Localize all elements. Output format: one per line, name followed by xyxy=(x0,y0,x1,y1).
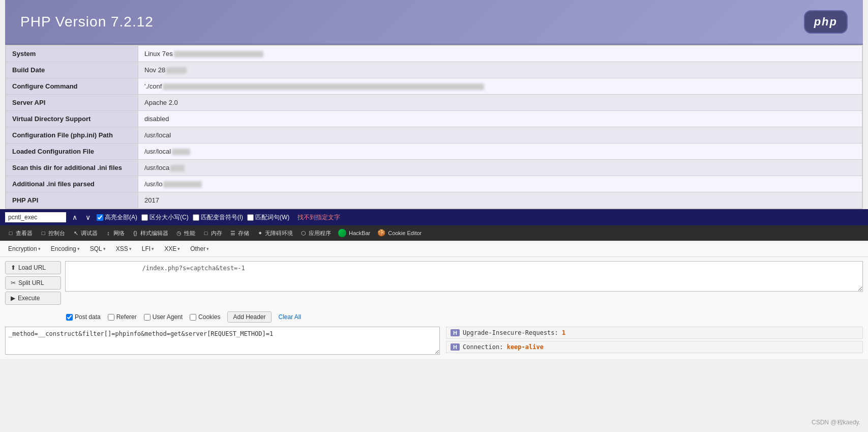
table-row: Configuration File (php.ini) Path/usr/lo… xyxy=(6,127,862,143)
execute-button[interactable]: ▶ Execute xyxy=(5,292,61,305)
devtools-item-应用程序[interactable]: ⬡应用程序 xyxy=(297,227,334,239)
devtools-item-查看器[interactable]: □查看器 xyxy=(4,227,36,239)
blurred-value xyxy=(163,83,484,90)
find-words-label[interactable]: 匹配词句(W) xyxy=(247,213,289,222)
table-key: Scan this dir for additional .ini files xyxy=(6,160,138,176)
table-value: './conf xyxy=(138,78,862,95)
devtools-item-样式编辑器[interactable]: {}样式编辑器 xyxy=(129,227,171,239)
menu-item-encoding[interactable]: Encoding▾ xyxy=(47,244,84,254)
referer-checkbox[interactable] xyxy=(108,314,114,321)
user-agent-checkbox[interactable] xyxy=(144,314,151,321)
devtools-item-存储[interactable]: ☰存储 xyxy=(226,227,252,239)
header-row: HUpgrade-Insecure-Requests: 1 xyxy=(446,327,863,339)
find-bar: ∧ ∨ 高亮全部(A) 区分大小写(C) 匹配变音符号(I) 匹配词句(W) 找… xyxy=(0,209,868,225)
menu-item-other[interactable]: Other▾ xyxy=(186,244,213,254)
devtools-item-调试器[interactable]: ↖调试器 xyxy=(69,227,101,239)
execute-icon: ▶ xyxy=(11,295,15,302)
menu-label: XXE xyxy=(164,245,176,252)
devtools-label: 查看器 xyxy=(16,229,33,237)
hackbar-icon xyxy=(338,229,346,237)
header-text: Connection: keep-alive xyxy=(463,343,544,351)
table-key: Virtual Directory Support xyxy=(6,111,138,127)
cookies-checkbox[interactable] xyxy=(190,314,196,321)
find-words-checkbox[interactable] xyxy=(247,214,254,221)
cookies-label[interactable]: Cookies xyxy=(190,313,220,321)
table-value: /usr/local xyxy=(138,127,862,143)
devtools-label: HackBar xyxy=(349,230,370,236)
table-value: disabled xyxy=(138,111,862,127)
devtools-bar: □查看器□控制台↖调试器↕网络{}样式编辑器◷性能□内存☰存储✦无障碍环境⬡应用… xyxy=(0,225,868,241)
add-header-button[interactable]: Add Header xyxy=(227,311,271,323)
php-info-table: SystemLinux 7esBuild DateNov 28Configure… xyxy=(5,45,863,209)
table-row: Additional .ini files parsed/usr/lo xyxy=(6,176,862,192)
split-url-button[interactable]: ✂ Split URL xyxy=(5,276,61,290)
post-data-checkbox[interactable] xyxy=(66,314,73,321)
无障碍环境-icon: ✦ xyxy=(256,229,263,237)
menu-arrow-icon: ▾ xyxy=(177,246,180,251)
table-key: Additional .ini files parsed xyxy=(6,176,138,192)
load-url-button[interactable]: ⬆ Load URL xyxy=(5,261,61,274)
menu-item-lfi[interactable]: LFI▾ xyxy=(138,244,158,254)
menu-arrow-icon: ▾ xyxy=(77,246,80,251)
devtools-item-内存[interactable]: □内存 xyxy=(199,227,225,239)
referer-label[interactable]: Referer xyxy=(108,313,137,321)
table-key: PHP API xyxy=(6,192,138,209)
find-regexp-checkbox[interactable] xyxy=(193,214,199,221)
devtools-item-hackbar[interactable]: HackBar xyxy=(335,227,373,239)
menu-arrow-icon: ▾ xyxy=(38,246,41,251)
header-text: Upgrade-Insecure-Requests: 1 xyxy=(463,329,565,336)
devtools-item-性能[interactable]: ◷性能 xyxy=(172,227,198,239)
header-badge: H xyxy=(451,329,460,336)
devtools-label: 内存 xyxy=(211,229,222,237)
find-case-checkbox[interactable] xyxy=(141,214,148,221)
devtools-item-无障碍环境[interactable]: ✦无障碍环境 xyxy=(253,227,296,239)
header-row: HConnection: keep-alive xyxy=(446,341,863,353)
post-data-input[interactable] xyxy=(5,327,440,355)
table-value: /usr/lo xyxy=(138,176,862,192)
devtools-label: 无障碍环境 xyxy=(265,229,293,237)
find-up-arrow[interactable]: ∧ xyxy=(70,212,79,222)
table-key: Server API xyxy=(6,95,138,111)
table-value: Nov 28 xyxy=(138,62,862,78)
find-input[interactable] xyxy=(5,212,66,222)
menu-item-xxe[interactable]: XXE▾ xyxy=(160,244,184,254)
样式编辑器-icon: {} xyxy=(132,229,139,237)
clear-all-link[interactable]: Clear All xyxy=(279,313,302,321)
devtools-label: 控制台 xyxy=(48,229,65,237)
blurred-value xyxy=(166,67,187,74)
find-highlight-all-checkbox[interactable] xyxy=(97,214,103,221)
menu-arrow-icon: ▾ xyxy=(103,246,106,251)
table-row: SystemLinux 7es xyxy=(6,46,862,62)
table-value: Linux 7es xyxy=(138,46,862,62)
post-data-label[interactable]: Post data xyxy=(66,313,101,321)
header-badge: H xyxy=(451,343,460,351)
url-buttons: ⬆ Load URL ✂ Split URL ▶ Execute xyxy=(5,261,61,305)
table-row: Virtual Directory Supportdisabled xyxy=(6,111,862,127)
menu-label: SQL xyxy=(90,245,102,252)
devtools-item-网络[interactable]: ↕网络 xyxy=(102,227,128,239)
devtools-label: 网络 xyxy=(113,229,125,237)
find-status: 找不到指定文字 xyxy=(297,213,340,222)
menu-item-xss[interactable]: XSS▾ xyxy=(112,244,136,254)
user-agent-label[interactable]: User Agent xyxy=(144,313,183,321)
post-area: HUpgrade-Insecure-Requests: 1HConnection… xyxy=(0,327,868,359)
find-highlight-all-label[interactable]: 高亮全部(A) xyxy=(97,213,137,222)
find-regexp-label[interactable]: 匹配变音符号(I) xyxy=(193,213,243,222)
cookie-icon: 🍪 xyxy=(377,229,385,237)
devtools-item-控制台[interactable]: □控制台 xyxy=(37,227,68,239)
devtools-label: 样式编辑器 xyxy=(140,229,168,237)
menu-label: Encoding xyxy=(51,245,76,252)
menu-label: LFI xyxy=(142,245,151,252)
url-input[interactable] xyxy=(65,261,863,292)
devtools-item-cookie-editor[interactable]: 🍪Cookie Editor xyxy=(374,227,425,239)
find-case-label[interactable]: 区分大小写(C) xyxy=(141,213,189,222)
menu-item-encryption[interactable]: Encryption▾ xyxy=(4,244,45,254)
find-down-arrow[interactable]: ∨ xyxy=(83,212,93,222)
table-row: Scan this dir for additional .ini files/… xyxy=(6,160,862,176)
checks-row: Post data Referer User Agent Cookies Add… xyxy=(0,309,868,327)
menu-item-sql[interactable]: SQL▾ xyxy=(86,244,110,254)
menu-label: Encryption xyxy=(8,245,37,252)
调试器-icon: ↖ xyxy=(72,229,79,237)
blurred-value xyxy=(172,149,190,155)
table-value: Apache 2.0 xyxy=(138,95,862,111)
